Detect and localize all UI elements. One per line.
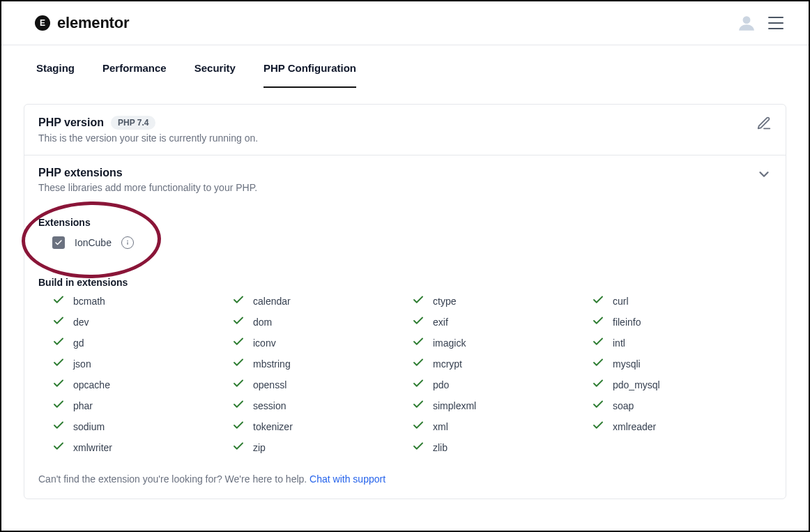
brand-logo[interactable]: elementor [35, 14, 129, 32]
check-icon [412, 377, 425, 393]
builtin-extension-label: dom [253, 317, 272, 328]
php-config-card: PHP version PHP 7.4 This is the version … [24, 104, 786, 499]
check-icon [232, 314, 245, 330]
help-text: Can't find the extension you're looking … [38, 473, 310, 485]
tab-staging[interactable]: Staging [36, 62, 75, 88]
php-version-row: PHP version PHP 7.4 This is the version … [24, 105, 786, 155]
builtin-extension-label: mcrypt [433, 358, 462, 370]
builtin-extension-item: dev [52, 314, 218, 330]
builtin-extension-label: bcmath [73, 296, 105, 307]
tab-php-configuration[interactable]: PHP Configuration [263, 62, 356, 88]
builtin-extension-label: session [253, 400, 286, 411]
php-version-title: PHP version [38, 116, 104, 129]
builtin-extension-item: zip [232, 440, 398, 455]
check-icon [412, 294, 425, 309]
php-version-subtitle: This is the version your site is current… [38, 132, 258, 144]
edit-php-version-button[interactable] [756, 116, 772, 131]
builtin-extension-item: exif [412, 314, 578, 330]
builtin-extension-item: calendar [232, 294, 398, 309]
check-icon [232, 335, 245, 351]
check-icon [592, 294, 604, 309]
builtin-extension-label: sodium [73, 421, 105, 432]
builtin-extension-label: phar [73, 400, 93, 411]
builtin-extension-item: json [52, 356, 218, 372]
check-icon [232, 419, 245, 434]
check-icon [412, 335, 425, 351]
builtin-extension-item: fileinfo [592, 314, 758, 330]
help-footer: Can't find the extension you're looking … [38, 473, 772, 485]
builtin-extension-item: xmlreader [592, 419, 758, 434]
menu-hamburger-icon[interactable] [768, 17, 784, 29]
builtin-extension-label: zlib [433, 442, 448, 453]
check-icon [232, 294, 245, 309]
check-icon [232, 398, 245, 413]
builtin-extension-item: mbstring [232, 356, 398, 372]
check-icon [412, 440, 425, 455]
builtin-extension-label: openssl [253, 379, 286, 390]
check-icon [232, 377, 245, 393]
builtin-extension-item: iconv [232, 335, 398, 351]
builtin-extension-item: tokenizer [232, 419, 398, 434]
check-icon [52, 419, 65, 434]
builtin-extension-item: mcrypt [412, 356, 578, 372]
builtin-extension-label: mbstring [253, 358, 291, 370]
check-icon [52, 398, 65, 413]
brand-mark-icon [35, 15, 50, 31]
ioncube-info-icon[interactable] [121, 236, 134, 249]
check-icon [412, 314, 425, 330]
ioncube-checkbox[interactable] [52, 236, 65, 249]
builtin-extension-item: dom [232, 314, 398, 330]
brand-name: elementor [57, 14, 129, 32]
builtin-extension-label: xmlreader [613, 421, 656, 432]
tab-performance[interactable]: Performance [102, 62, 167, 88]
builtin-extension-item: curl [592, 294, 758, 309]
php-extensions-body: Extensions IonCube Build in extensions b… [24, 204, 786, 499]
builtin-extension-item: ctype [412, 294, 578, 309]
check-icon [592, 398, 604, 413]
chat-support-link[interactable]: Chat with support [310, 473, 385, 485]
check-icon [232, 440, 245, 455]
ioncube-label: IonCube [75, 237, 112, 248]
builtin-extension-label: tokenizer [253, 421, 293, 432]
builtin-extension-label: intl [613, 337, 625, 349]
builtin-extension-label: opcache [73, 379, 110, 390]
php-extensions-title: PHP extensions [38, 167, 257, 179]
builtin-extension-item: sodium [52, 419, 218, 434]
builtin-extension-item: soap [592, 398, 758, 413]
check-icon [412, 356, 425, 372]
avatar-icon[interactable] [738, 14, 756, 32]
check-icon [592, 335, 604, 351]
check-icon [52, 314, 65, 330]
php-extensions-row: PHP extensions These libraries add more … [24, 155, 786, 204]
svg-point-1 [127, 241, 128, 242]
tab-security[interactable]: Security [194, 62, 236, 88]
php-version-badge: PHP 7.4 [111, 116, 155, 130]
svg-point-0 [743, 16, 751, 24]
collapse-extensions-button[interactable] [756, 167, 772, 182]
builtin-extension-label: xml [433, 421, 448, 432]
builtin-extension-item: mysqli [592, 356, 758, 372]
builtin-extension-item: zlib [412, 440, 578, 455]
check-icon [592, 377, 604, 393]
builtin-extension-item: session [232, 398, 398, 413]
check-icon [592, 314, 604, 330]
builtin-extension-label: soap [613, 400, 634, 411]
builtin-extensions-grid: bcmathcalendarctypecurldevdomexiffileinf… [38, 294, 772, 455]
builtin-extension-item: gd [52, 335, 218, 351]
check-icon [52, 440, 65, 455]
builtin-extension-label: xmlwriter [73, 442, 112, 453]
builtin-extension-label: iconv [253, 337, 276, 349]
builtin-extension-item: xml [412, 419, 578, 434]
check-icon [232, 356, 245, 372]
check-icon [52, 377, 65, 393]
builtin-extension-label: curl [613, 296, 629, 307]
builtin-extension-item: xmlwriter [52, 440, 218, 455]
builtin-extension-label: ctype [433, 296, 456, 307]
builtin-extension-item: phar [52, 398, 218, 413]
builtin-extension-label: gd [73, 337, 84, 349]
extension-toggle-ioncube: IonCube [38, 234, 772, 252]
tabs-bar: Staging Performance Security PHP Configu… [1, 45, 809, 89]
check-icon [52, 356, 65, 372]
builtin-extension-label: imagick [433, 337, 466, 349]
svg-rect-2 [127, 242, 128, 245]
